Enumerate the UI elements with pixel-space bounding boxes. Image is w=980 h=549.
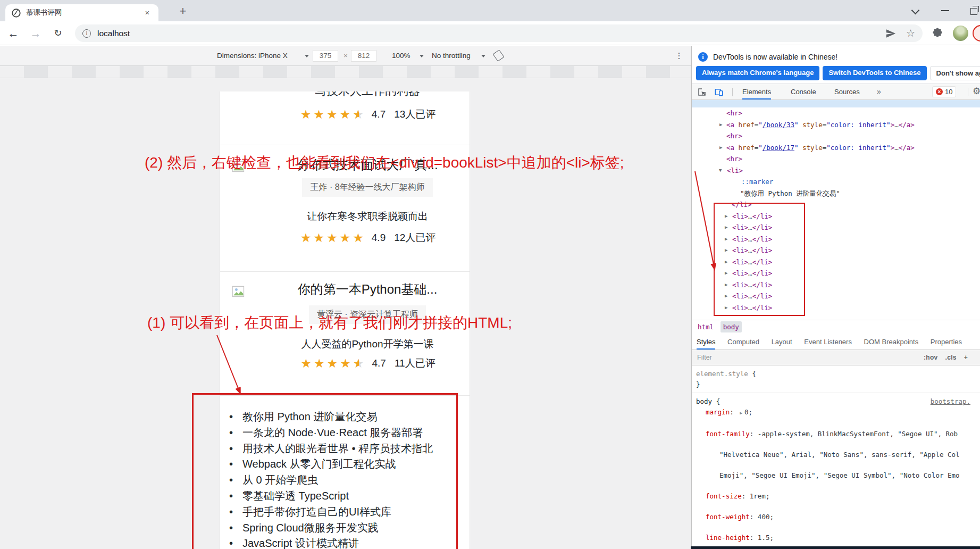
star-icon [353,232,364,244]
extensions-icon[interactable] [932,27,943,39]
dom-row-marker[interactable]: ::marker [692,176,980,188]
tab-title: 慕课书评网 [26,8,143,18]
dom-row-li-open[interactable]: <li> [692,165,980,177]
site-favicon-icon [12,9,21,18]
book-desc: 让你在寒冬求职季脱颖而出 [277,210,458,223]
device-toolbar-toggle-icon[interactable] [714,87,724,97]
book-title[interactable]: 你的第一本Python基础... [277,281,458,298]
inspect-element-icon[interactable] [697,87,707,97]
tab-event-listeners[interactable]: Event Listeners [804,334,852,350]
book-author-row: 王炸 · 8年经验一线大厂架构师 [277,178,458,197]
star-icon [340,357,351,370]
dismiss-button[interactable]: Don't show again [930,66,980,80]
window-minimize-button[interactable] [940,5,951,16]
stylesheet-link[interactable]: bootstrap. [931,396,970,407]
site-info-icon[interactable] [82,29,91,38]
star-icon [326,232,338,244]
star-icon [300,109,312,121]
tab-computed[interactable]: Computed [727,334,759,350]
height-input[interactable]: 812 [351,50,376,62]
back-button[interactable]: ← [5,26,21,41]
breadcrumb-html[interactable]: html [695,321,716,332]
dom-row-hr[interactable]: <hr> [692,130,980,142]
switch-to-chinese-button[interactable]: Switch DevTools to Chinese [823,66,926,80]
width-input[interactable]: 375 [313,50,338,62]
tab-elements[interactable]: Elements [742,84,771,99]
star-half-icon [353,109,364,121]
toolbar-separator [732,88,733,96]
settings-gear-icon[interactable] [973,86,980,97]
error-icon [936,88,943,95]
book-rating-row: 4.7 11人已评 [277,356,458,370]
book-desc-row: 让你在寒冬求职季脱颖而出 [277,210,458,223]
profile-avatar[interactable] [953,26,968,41]
annotation-box-devtools-li [714,203,805,316]
twisty-icon[interactable] [719,142,722,154]
match-language-button[interactable]: Always match Chrome's language [696,66,819,80]
zoom-select[interactable]: 100% [392,52,411,60]
forward-button[interactable]: → [28,26,44,41]
reload-button[interactable]: ↻ [50,26,66,41]
card-divider [220,145,470,145]
star-icon [340,109,351,121]
tab-sources[interactable]: Sources [834,84,860,99]
css-property-continuation: "Helvetica Neue", Arial, "Noto Sans", sa… [696,450,980,460]
profile-ring-icon[interactable] [973,25,980,41]
css-property[interactable]: font-family: -apple-system, BlinkMacSyst… [696,429,980,439]
tab-search-chevron-icon[interactable] [909,5,921,16]
dom-row-anchor[interactable]: <a href="/book/33" style="color: inherit… [692,119,980,131]
rotate-device-icon[interactable] [492,49,504,62]
broken-image-icon [232,286,246,298]
css-property[interactable]: line-height: 1.5; [696,533,980,543]
dom-row-hr[interactable]: <hr> [692,153,980,165]
expand-shorthand-icon[interactable] [740,411,742,415]
breadcrumb-body[interactable]: body [721,321,742,332]
filter-input[interactable]: Filter [697,350,712,365]
new-rule-button[interactable]: + [964,354,968,361]
emulation-more-options-icon[interactable] [674,49,684,63]
book-rating-row: 4.7 13人已评 [277,107,458,121]
bookmark-star-icon[interactable]: ☆ [906,27,915,39]
tab-console[interactable]: Console [791,84,816,99]
tab-layout[interactable]: Layout [772,334,792,350]
more-tabs-icon[interactable]: » [877,84,881,99]
book-desc-row: 人人受益的Python开学第一课 [277,337,458,351]
send-icon[interactable] [885,28,897,39]
tab-styles[interactable]: Styles [697,334,715,350]
card-divider [220,271,470,272]
rating-value: 4.9 [372,232,386,244]
css-property[interactable]: margin: 0; [696,407,980,419]
css-property[interactable]: font-weight: 400; [696,512,980,522]
dimensions-select[interactable]: Dimensions: iPhone X [217,52,288,60]
dom-row-anchor[interactable]: <a href="/book/17" style="color: inherit… [692,142,980,154]
error-badge[interactable]: 10 [932,86,956,97]
infobar-message: DevTools is now available in Chinese! [713,53,837,61]
browser-tab[interactable]: 慕课书评网 [5,4,158,21]
window-restore-button[interactable] [969,5,979,16]
rating-count: 12人已评 [394,231,435,245]
dom-row-text[interactable]: "教你用 Python 进阶量化交易" [692,188,980,199]
styles-pane: element.style { } bootstrap.body { margi… [692,365,980,546]
twisty-icon[interactable] [719,119,722,131]
twisty-icon[interactable] [719,165,722,177]
new-tab-button[interactable] [175,4,190,19]
style-rule-element[interactable]: element.style { } [692,365,980,393]
star-icon [300,232,312,244]
cls-toggle[interactable]: .cls [945,354,957,361]
style-rule-body[interactable]: bootstrap.body { margin: 0; font-family:… [692,393,980,549]
url-text[interactable]: localhost [97,29,885,38]
throttling-select[interactable]: No throttling [432,52,471,60]
tab-dom-breakpoints[interactable]: DOM Breakpoints [864,334,919,350]
devtools-infobar: DevTools is now available in Chinese! Al… [692,46,980,84]
book-author-chip: 王炸 · 8年经验一线大厂架构师 [302,178,432,197]
css-property[interactable]: font-size: 1rem; [696,491,980,502]
hov-toggle[interactable]: :hov [924,354,938,361]
book-desc: 写技术人工作的利器 [277,91,458,99]
toolbar-separator [968,88,968,96]
tab-close-icon[interactable] [143,8,152,18]
omnibox[interactable]: localhost ☆ [75,24,923,42]
annotation-box-page-list [192,393,458,549]
tab-properties[interactable]: Properties [931,334,962,350]
dom-row-hr[interactable]: <hr> [692,107,980,119]
dom-breadcrumb: html body [692,320,980,334]
